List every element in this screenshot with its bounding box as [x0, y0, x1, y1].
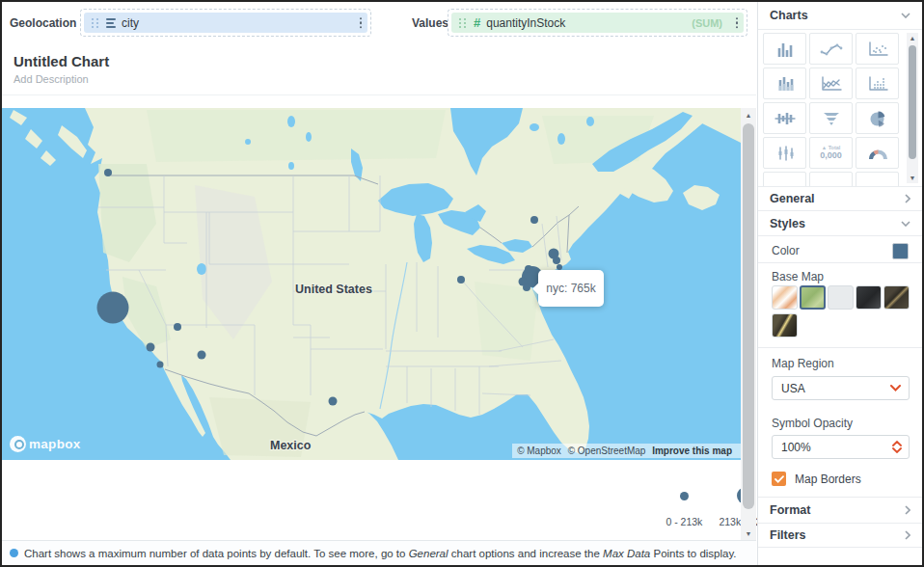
map-bubble[interactable] [157, 362, 164, 368]
chart-type-scatter[interactable] [856, 33, 899, 65]
scroll-down-icon[interactable]: ▼ [741, 526, 756, 540]
chart-type-funnel[interactable] [809, 102, 853, 134]
basemap-option-light[interactable] [828, 285, 854, 310]
map-bubble[interactable] [147, 343, 155, 352]
settings-sidebar: Charts ▲ Total 0,000 [757, 2, 922, 565]
map-borders-checkbox[interactable] [772, 472, 786, 486]
section-format[interactable]: Format [758, 497, 922, 523]
scroll-up-icon[interactable]: ▲ [741, 108, 756, 122]
chart-type-gauge[interactable] [856, 137, 899, 169]
single-value-icon: ▲ Total 0,000 [820, 146, 842, 161]
symbol-opacity-label: Symbol Opacity [758, 417, 922, 430]
scrollbar-thumb[interactable] [743, 123, 754, 509]
total-label: Total [829, 145, 841, 150]
section-general[interactable]: General [758, 186, 922, 211]
map-region-select[interactable]: USA [772, 376, 910, 400]
map-bubble[interactable] [525, 265, 532, 273]
main-scrollbar[interactable]: ▲ ▼ [741, 108, 756, 540]
add-description[interactable]: Add Description [14, 73, 89, 85]
map-label-mexico: Mexico [270, 439, 312, 452]
chart-type-partial-3[interactable] [856, 172, 899, 186]
values-field-pill[interactable]: # quantityInStock (SUM) [451, 13, 744, 33]
number-icon: # [474, 15, 480, 30]
base-map-options-row2 [772, 313, 798, 338]
chart-title[interactable]: Untitled Chart [14, 53, 109, 69]
mapbox-attribution-link[interactable]: © Mapbox [517, 446, 561, 456]
drag-handle-icon[interactable] [459, 18, 467, 28]
section-filters[interactable]: Filters [758, 523, 922, 548]
values-dropzone[interactable]: # quantityInStock (SUM) [448, 9, 747, 37]
pie-chart-icon [865, 109, 890, 128]
map-chart-icon [865, 178, 890, 187]
values-label: Values [412, 16, 448, 30]
map-bubble[interactable] [553, 256, 560, 264]
chart-type-boxplot[interactable] [763, 137, 806, 169]
chevron-down-icon [890, 385, 901, 392]
geolocation-dropzone[interactable]: city [80, 9, 371, 37]
map-bubble[interactable] [329, 397, 338, 406]
section-styles[interactable]: Styles [758, 211, 922, 235]
chart-type-single-value[interactable]: ▲ Total 0,000 [809, 137, 853, 169]
note-general: General [409, 548, 448, 559]
map-region-value: USA [781, 382, 805, 395]
chart-type-bar[interactable] [763, 33, 806, 65]
basemap-option-satellite-streets[interactable] [772, 313, 798, 338]
symbol-opacity-input[interactable]: 100% [772, 435, 910, 459]
scatter-plot-icon [865, 40, 890, 59]
chevron-right-icon [905, 194, 910, 203]
basemap-option-dark[interactable] [856, 285, 882, 310]
legend-item: 0 - 213k [659, 477, 709, 527]
chart-type-partial-2[interactable] [809, 172, 853, 186]
chart-type-line[interactable] [809, 33, 853, 65]
aggregation-badge[interactable]: (SUM) [692, 17, 722, 29]
values-field-name: quantityInStock [486, 16, 565, 30]
color-swatch[interactable] [892, 243, 909, 259]
chart-type-pie[interactable] [856, 102, 899, 134]
map-attribution: © Mapbox © OpenStreetMap Improve this ma… [512, 444, 741, 458]
mapbox-logo[interactable]: mapbox [10, 436, 81, 452]
chart-type-column[interactable] [763, 68, 806, 99]
stepper-control[interactable] [892, 441, 902, 453]
field-menu-icon[interactable] [360, 17, 363, 29]
chart-type-multiline[interactable] [809, 68, 853, 99]
geolocation-field-name: city [122, 16, 139, 30]
map-canvas[interactable]: United States Mexico nyc: 765k mapbox © … [2, 108, 741, 460]
scrollbar-thumb[interactable] [909, 45, 916, 159]
osm-attribution-link[interactable]: © OpenStreetMap [568, 446, 646, 456]
map-label-united-states: United States [295, 283, 372, 296]
map-bubble[interactable] [457, 276, 465, 284]
map-bubble[interactable] [104, 169, 112, 176]
check-icon [775, 475, 784, 483]
basemap-option-streets[interactable] [800, 285, 826, 310]
tooltip-text: nyc: 765k [546, 282, 595, 295]
scroll-up-icon[interactable]: ▲ [907, 33, 918, 43]
drag-handle-icon[interactable] [92, 18, 99, 28]
map-bubble[interactable] [97, 292, 129, 324]
basemap-option-pencil[interactable] [772, 285, 798, 310]
geolocation-label: Geolocation [10, 16, 76, 30]
map-bubble[interactable] [174, 323, 181, 331]
note-text: Chart shows a maximum number of data poi… [24, 548, 737, 559]
geolocation-field-pill[interactable]: city [84, 13, 367, 33]
scroll-down-icon[interactable]: ▼ [907, 173, 918, 183]
stepper-up-icon[interactable] [892, 441, 902, 446]
chevron-right-icon [905, 505, 910, 515]
stepper-down-icon[interactable] [892, 447, 902, 453]
map-bubble[interactable] [523, 284, 530, 291]
field-menu-icon[interactable] [736, 17, 739, 29]
single-value-sample: 0,000 [820, 151, 842, 160]
map-bubble[interactable] [198, 351, 206, 360]
chart-type-dotplot[interactable] [856, 68, 899, 99]
chart-type-partial-1[interactable] [763, 172, 806, 186]
section-charts[interactable]: Charts [758, 2, 922, 30]
chart-type-barline[interactable] [763, 102, 806, 134]
mapbox-logo-icon [10, 436, 26, 452]
chart-header: Untitled Chart Add Description [2, 43, 756, 95]
chevron-down-icon [901, 221, 910, 227]
app-window: Geolocation city Values # quantityInStoc… [0, 0, 924, 567]
map-bubble[interactable] [530, 216, 538, 224]
chart-grid-scrollbar[interactable]: ▲ ▼ [907, 33, 918, 183]
improve-map-link[interactable]: Improve this map [652, 446, 732, 456]
basemap-option-satellite[interactable] [883, 285, 910, 310]
info-note-bar: Chart shows a maximum number of data poi… [2, 540, 756, 565]
